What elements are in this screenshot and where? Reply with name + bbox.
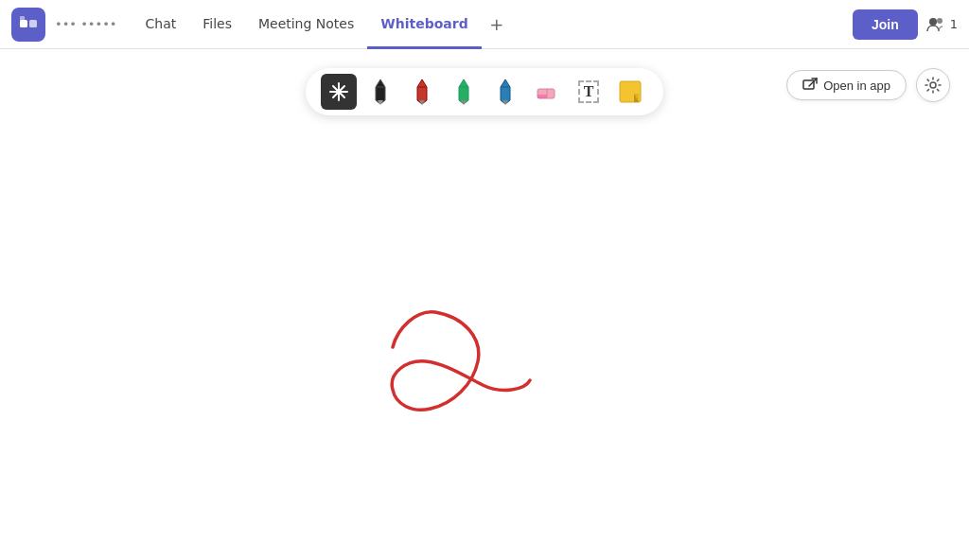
svg-line-25 [809,79,817,86]
svg-point-3 [929,18,937,26]
settings-icon [925,77,942,94]
participant-badge[interactable]: 1 [925,14,958,35]
add-tab-button[interactable]: + [482,9,512,40]
nav-tabs: Chat Files Meeting Notes Whiteboard + [132,0,511,48]
svg-rect-8 [377,86,384,88]
text-tool[interactable]: T [571,74,607,110]
toolbar: T [306,68,663,115]
red-drawing [392,312,530,411]
note-icon [618,79,643,104]
top-right-controls: Open in app [786,68,950,102]
text-icon: T [578,80,600,103]
participant-count: 1 [950,17,958,31]
channel-name: ••• ••••• [55,17,116,31]
move-icon [328,81,349,102]
black-pen-tool[interactable] [362,74,398,110]
open-in-app-label: Open in app [823,79,890,93]
whiteboard-container: T Open in app [0,49,969,560]
drawing-canvas[interactable] [0,49,969,560]
svg-rect-14 [460,86,467,88]
open-in-app-icon [802,78,818,93]
green-pen-tool[interactable] [446,74,482,110]
svg-rect-19 [537,95,547,98]
svg-point-5 [337,90,342,95]
eraser-tool[interactable] [529,74,565,110]
svg-rect-24 [803,80,814,89]
tab-files[interactable]: Files [189,1,245,49]
join-button[interactable]: Join [853,9,918,40]
open-in-app-button[interactable]: Open in app [786,70,907,100]
svg-point-26 [930,82,936,88]
svg-rect-1 [29,20,37,27]
tab-meeting-notes[interactable]: Meeting Notes [245,1,367,49]
app-icon [11,8,45,42]
svg-rect-0 [20,20,27,27]
svg-rect-11 [418,86,426,88]
tab-whiteboard[interactable]: Whiteboard [367,1,481,49]
eraser-icon [535,81,559,102]
black-pen-icon [370,78,391,106]
svg-rect-17 [502,86,509,88]
blue-pen-tool[interactable] [487,74,523,110]
select-tool[interactable] [321,74,357,110]
topbar-right: Join 1 [853,9,958,40]
red-pen-tool[interactable] [404,74,440,110]
tab-chat[interactable]: Chat [132,1,189,49]
topbar: ••• ••••• Chat Files Meeting Notes White… [0,0,969,49]
red-pen-icon [412,78,432,106]
blue-pen-icon [495,78,516,106]
note-tool[interactable] [612,74,648,110]
green-pen-icon [453,78,474,106]
settings-button[interactable] [916,68,950,102]
participant-icon [925,14,946,35]
svg-rect-2 [20,16,25,21]
svg-point-4 [937,18,943,24]
